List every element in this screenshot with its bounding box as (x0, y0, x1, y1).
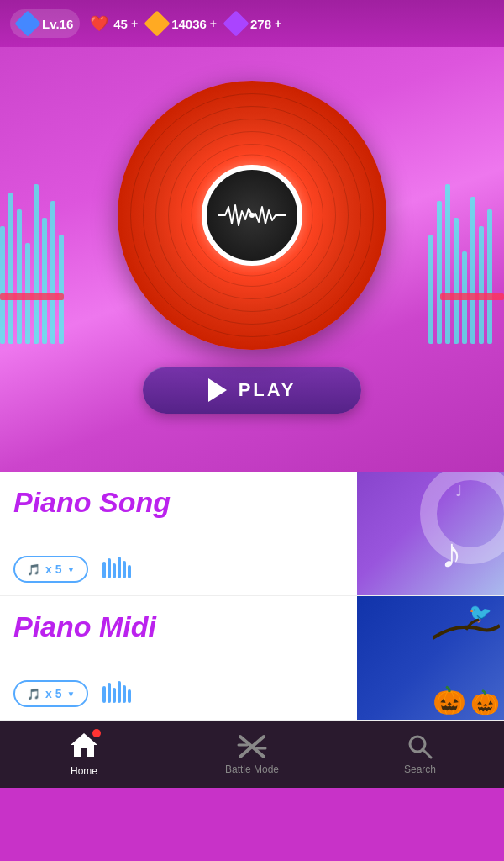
svg-rect-16 (487, 209, 492, 344)
chevron-down-icon-2: ▼ (66, 689, 75, 699)
search-label: Search (404, 763, 436, 775)
equalizer-icon-1[interactable] (102, 555, 132, 584)
svg-rect-27 (108, 683, 111, 703)
eq-left-svg (0, 159, 76, 344)
svg-rect-22 (118, 557, 121, 578)
svg-point-18 (249, 213, 255, 218)
eq-right (428, 176, 504, 344)
svg-rect-26 (102, 686, 106, 703)
svg-rect-8 (0, 293, 64, 300)
play-button[interactable]: PLAY (143, 367, 361, 414)
svg-rect-10 (437, 201, 442, 344)
svg-rect-6 (50, 201, 55, 344)
gems-stat: 278 + (225, 13, 281, 34)
vinyl-disc (118, 81, 386, 350)
nav-search[interactable]: Search (336, 721, 504, 788)
eq-right-svg (428, 159, 504, 344)
level-badge: Lv.16 (10, 9, 80, 38)
svg-text:♪: ♪ (441, 530, 462, 577)
equalizer-icon-2[interactable] (102, 679, 132, 708)
song-card-piano-midi[interactable]: Piano Midi 🎵 x 5 ▼ (0, 596, 504, 721)
svg-rect-28 (113, 688, 116, 703)
song-card-piano-song[interactable]: Piano Song 🎵 x 5 ▼ (0, 472, 504, 596)
vinyl-record (118, 81, 386, 350)
play-icon (208, 378, 227, 402)
svg-marker-32 (71, 733, 97, 757)
hearts-plus[interactable]: + (131, 17, 138, 30)
thumb-note-small-1: ♩ (455, 482, 462, 500)
home-notification-dot (92, 729, 101, 737)
coins-value: 14036 (171, 17, 207, 31)
svg-rect-12 (454, 218, 459, 344)
svg-rect-31 (128, 689, 131, 703)
home-label: Home (71, 765, 97, 777)
coin-icon (146, 13, 168, 34)
gems-value: 278 (250, 17, 271, 31)
top-bar: Lv.16 ❤️ 45 + 14036 + 278 + (0, 0, 504, 47)
svg-rect-29 (118, 681, 121, 703)
battle-label: Battle Mode (225, 763, 279, 775)
svg-rect-4 (34, 184, 39, 344)
main-area: PLAY (0, 47, 504, 472)
svg-rect-19 (102, 562, 106, 578)
vinyl-center (202, 165, 302, 266)
song-title-piano-midi: Piano Midi (13, 611, 344, 642)
svg-rect-23 (123, 561, 126, 578)
song-title-piano-song: Piano Song (13, 487, 344, 518)
gem-icon (225, 13, 247, 34)
eq-left (0, 176, 76, 344)
play-label: PLAY (239, 379, 297, 401)
level-label: Lv.16 (42, 17, 73, 31)
svg-rect-7 (59, 235, 64, 344)
nav-battle[interactable]: Battle Mode (168, 721, 336, 788)
battle-mode-icon (237, 733, 267, 760)
nav-home[interactable]: Home (0, 721, 168, 788)
svg-rect-17 (440, 293, 504, 300)
svg-line-38 (423, 749, 431, 758)
svg-rect-11 (445, 184, 450, 344)
svg-rect-21 (113, 563, 116, 578)
hearts-stat: ❤️ 45 + (88, 13, 138, 34)
svg-rect-24 (128, 565, 131, 578)
search-icon (407, 733, 433, 760)
multiplier-label-1: x 5 (45, 563, 61, 576)
note-icon-2: 🎵 (27, 688, 40, 700)
svg-rect-2 (17, 209, 22, 344)
svg-rect-5 (42, 218, 47, 344)
song-controls-piano-midi: 🎵 x 5 ▼ (13, 679, 344, 708)
svg-rect-9 (428, 235, 433, 344)
song-card-piano-song-content: Piano Song 🎵 x 5 ▼ (0, 472, 357, 595)
multiplier-label-2: x 5 (45, 687, 61, 700)
home-icon-wrap (70, 732, 98, 762)
note-multiplier-btn-1[interactable]: 🎵 x 5 ▼ (13, 556, 88, 583)
music-note-thumb-1: ♪ (437, 521, 491, 584)
note-multiplier-btn-2[interactable]: 🎵 x 5 ▼ (13, 680, 88, 707)
svg-rect-20 (108, 558, 111, 578)
song-thumb-piano-song: ♪ ♩ (357, 472, 504, 596)
svg-rect-0 (0, 226, 5, 344)
hearts-value: 45 (113, 17, 128, 31)
svg-rect-1 (8, 193, 13, 344)
song-card-piano-midi-content: Piano Midi 🎵 x 5 ▼ (0, 596, 357, 720)
song-cards: Piano Song 🎵 x 5 ▼ (0, 472, 504, 721)
branch-lines (433, 613, 500, 650)
song-thumb-piano-midi: 🐦 🎃 🎃 (357, 596, 504, 721)
coins-plus[interactable]: + (210, 17, 217, 30)
heart-icon: ❤️ (88, 13, 110, 34)
waveform-svg (218, 198, 286, 232)
bottom-nav: Home Battle Mode Search (0, 721, 504, 788)
coins-stat: 14036 + (146, 13, 217, 34)
diamond-blue-icon (17, 13, 39, 34)
song-controls-piano-song: 🎵 x 5 ▼ (13, 555, 344, 584)
pumpkins: 🎃 🎃 (433, 684, 500, 716)
svg-rect-30 (123, 685, 126, 703)
chevron-down-icon-1: ▼ (66, 565, 75, 574)
gems-plus[interactable]: + (275, 17, 281, 30)
svg-rect-14 (470, 197, 475, 344)
svg-rect-15 (479, 226, 484, 344)
note-icon-1: 🎵 (27, 563, 40, 576)
